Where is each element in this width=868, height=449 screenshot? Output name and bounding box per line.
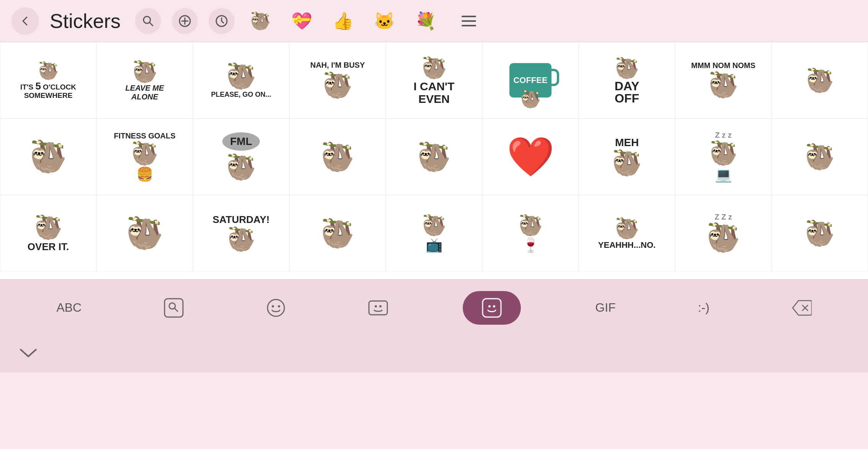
keyboard-sticker-msg-button[interactable] — [361, 293, 396, 322]
keyboard-gif-button[interactable]: GIF — [587, 296, 623, 319]
chevron-down-icon — [19, 348, 38, 359]
svg-rect-11 — [369, 301, 387, 315]
pack-icon-flowers[interactable]: 💐 — [411, 6, 441, 36]
page-title: Stickers — [50, 10, 121, 33]
sticker-over-it[interactable]: 🦥 OVER IT. — [0, 195, 96, 272]
collapse-button[interactable] — [19, 346, 38, 362]
sticker-placeholder-r2c9[interactable]: 🦥 — [772, 119, 868, 195]
svg-point-15 — [488, 305, 491, 307]
sticker-hood[interactable]: 🦥 — [0, 119, 96, 195]
sticker-grid: 🦥 IT'S 5 O'CLOCKSOMEWHERE 🦥 LEAVE MEALON… — [0, 42, 868, 279]
svg-rect-5 — [462, 25, 476, 26]
recent-button[interactable] — [209, 8, 235, 34]
menu-button[interactable] — [456, 8, 482, 34]
sticker-active-icon — [482, 298, 502, 318]
keyboard-search-button[interactable] — [156, 293, 191, 322]
keyboard-emoji-button[interactable] — [258, 293, 294, 322]
sticker-nah-im-busy[interactable]: NAH, I'M BUSY 🦥 — [289, 42, 386, 119]
keyboard-delete-button[interactable] — [784, 293, 819, 322]
svg-point-8 — [268, 299, 284, 316]
sticker-saturday[interactable]: SATURDAY! 🦥 — [193, 195, 289, 272]
add-sticker-button[interactable] — [172, 8, 198, 34]
sticker-wine[interactable]: 🦥 🍷 — [482, 195, 579, 272]
sticker-heart[interactable]: ❤️ — [482, 119, 579, 195]
keyboard-bar: ABC GIF — [0, 279, 868, 336]
pack-icon-thumb[interactable]: 👍 — [328, 6, 359, 36]
gif-label: GIF — [595, 301, 615, 315]
sticker-fitness-goals[interactable]: FITNESS GOALS 🦥 🍔 — [96, 119, 193, 195]
sticker-please-go-on[interactable]: 🦥 PLEASE, GO ON... — [193, 42, 289, 119]
sticker-mmm-nom[interactable]: MMM NOM NOMS 🦥 — [675, 42, 772, 119]
sticker-dance[interactable]: 🦥 — [96, 195, 193, 272]
svg-rect-6 — [165, 299, 183, 317]
sticker-dreaming[interactable]: 🦥 — [289, 195, 386, 272]
svg-rect-3 — [462, 16, 476, 17]
pack-icon-heart[interactable]: 💝 — [287, 6, 317, 36]
keyboard-emoticon-button[interactable]: :-) — [690, 296, 717, 319]
pack-icon-cat[interactable]: 🐱 — [369, 6, 400, 36]
stickers-header: Stickers 🦥 💝 👍 🐱 💐 — [0, 0, 868, 42]
sticker-yeahhh-no[interactable]: 🦥 YEAHHH...NO. — [579, 195, 675, 272]
svg-point-9 — [272, 305, 274, 307]
emoji-icon — [266, 298, 286, 318]
sticker-zzz-sleep[interactable]: Z Z z 🦥 — [675, 195, 772, 272]
back-button[interactable] — [11, 7, 39, 35]
sticker-tv[interactable]: 🦥 📺 — [386, 195, 482, 272]
delete-icon — [792, 298, 812, 318]
svg-point-12 — [375, 305, 377, 307]
sticker-placeholder-r1c9[interactable]: 🦥 — [772, 42, 868, 119]
keyboard-sticker-active-button[interactable] — [463, 291, 521, 325]
keyboard-abc-button[interactable]: ABC — [49, 296, 89, 319]
sticker-placeholder-r3c9[interactable]: 🦥 — [772, 195, 868, 272]
svg-point-16 — [493, 305, 495, 307]
svg-rect-14 — [483, 299, 501, 317]
search-button[interactable] — [135, 8, 161, 34]
svg-point-10 — [278, 305, 280, 307]
bottom-bar — [0, 336, 868, 373]
pack-icon-sloth[interactable]: 🦥 — [245, 6, 276, 36]
emoticon-label: :-) — [698, 301, 710, 315]
sticker-msg-icon — [368, 298, 388, 318]
sticker-coffee[interactable]: COFFEE 🦥 — [482, 42, 579, 119]
sticker-fml[interactable]: FML 🦥 — [193, 119, 289, 195]
sticker-relax[interactable]: 🦥 — [386, 119, 482, 195]
abc-label: ABC — [56, 301, 82, 315]
svg-rect-4 — [462, 20, 476, 22]
sticker-drinks[interactable]: 🦥 — [289, 119, 386, 195]
sticker-day-off[interactable]: 🦥 DAYOFF — [579, 42, 675, 119]
sticker-leave-me-alone[interactable]: 🦥 LEAVE MEALONE — [96, 42, 193, 119]
sticker-5oclock[interactable]: 🦥 IT'S 5 O'CLOCKSOMEWHERE — [0, 42, 96, 119]
sticker-meh[interactable]: MEH 🦥 — [579, 119, 675, 195]
sticker-i-cant-even[interactable]: 🦥 I CAN'TEVEN — [386, 42, 482, 119]
search-sticker-icon — [164, 298, 184, 318]
sticker-zzz-laptop[interactable]: Z z z 🦥 💻 — [675, 119, 772, 195]
svg-point-13 — [379, 305, 382, 307]
